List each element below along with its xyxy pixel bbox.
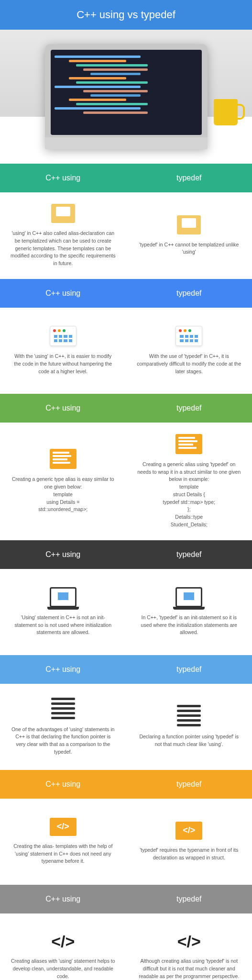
section-text-using: 'Using' statement in C++ is not an init-… — [11, 614, 116, 636]
section-header-typedef: typedef — [126, 279, 252, 308]
section-content-using: 'using' in C++ also called alias-declara… — [0, 192, 126, 279]
section-text-typedef: 'typedef' requires the typename in front… — [136, 846, 241, 862]
section-header-using: C++ using — [0, 770, 126, 799]
section-text-typedef: Declaring a function pointer using 'type… — [136, 733, 241, 748]
section-text-using: With the 'using' in C++, it is easier to… — [11, 353, 116, 375]
section-content-typedef: Declaring a function pointer using 'type… — [126, 684, 252, 770]
section-text-typedef: In C++, 'typedef' is an init-statement s… — [136, 614, 241, 636]
section-text-using: Creating the alias- templates with the h… — [11, 843, 116, 865]
section-content-typedef: </>Although creating alias using 'typede… — [126, 913, 252, 980]
section-content-typedef: With the use of 'typedef' in C++, it is … — [126, 308, 252, 394]
section-text-typedef: With the use of 'typedef' in C++, it is … — [136, 353, 241, 375]
section-header-using: C++ using — [0, 279, 126, 308]
section-text-using: 'using' in C++ also called alias-declara… — [11, 230, 116, 267]
section-icon — [50, 449, 77, 469]
section-content-using: </>Creating aliases with 'using' stateme… — [0, 913, 126, 980]
section-header-using: C++ using — [0, 394, 126, 423]
section-text-using: Creating aliases with 'using' statement … — [11, 958, 116, 980]
section-content-using: With the 'using' in C++, it is easier to… — [0, 308, 126, 394]
section-header-typedef: typedef — [126, 164, 252, 192]
section-content-using: </>Creating the alias- templates with th… — [0, 799, 126, 885]
section-icon: </> — [50, 818, 77, 836]
section-icon — [50, 326, 77, 346]
section-header-using: C++ using — [0, 540, 126, 569]
section-header-typedef: typedef — [126, 655, 252, 684]
section-header-using: C++ using — [0, 655, 126, 684]
section-icon: </> — [177, 932, 201, 951]
section-header-typedef: typedef — [126, 394, 252, 423]
section-icon: </> — [175, 822, 202, 840]
section-icon — [177, 705, 201, 726]
section-text-typedef: 'typedef' in C++ cannot be templatized u… — [136, 241, 241, 256]
section-content-typedef: Creating a generic alias using 'typedef'… — [126, 423, 252, 540]
section-content-typedef: </>'typedef' requires the typename in fr… — [126, 799, 252, 885]
section-header-typedef: typedef — [126, 540, 252, 569]
section-icon — [51, 204, 75, 223]
section-text-using: One of the advantages of 'using' stateme… — [11, 726, 116, 756]
section-content-typedef: In C++, 'typedef' is an init-statement s… — [126, 569, 252, 655]
section-text-typedef: Creating a generic alias using 'typedef'… — [136, 461, 241, 529]
section-text-using: Creating a generic type alias is easy si… — [11, 476, 116, 513]
section-header-typedef: typedef — [126, 770, 252, 799]
section-icon — [177, 215, 201, 234]
hero-image — [0, 30, 252, 164]
section-icon: </> — [51, 932, 75, 951]
section-header-using: C++ using — [0, 885, 126, 913]
section-text-typedef: Although creating alias using 'typedef' … — [136, 958, 241, 980]
section-icon — [175, 326, 202, 346]
section-header-typedef: typedef — [126, 885, 252, 913]
section-header-using: C++ using — [0, 164, 126, 192]
section-content-using: 'Using' statement in C++ is not an init-… — [0, 569, 126, 655]
section-icon — [175, 587, 202, 607]
section-icon — [175, 434, 202, 454]
section-content-using: One of the advantages of 'using' stateme… — [0, 684, 126, 770]
section-content-typedef: 'typedef' in C++ cannot be templatized u… — [126, 192, 252, 279]
page-title: C++ using vs typedef — [0, 0, 252, 30]
section-icon — [51, 698, 75, 719]
section-icon — [50, 587, 77, 607]
section-content-using: Creating a generic type alias is easy si… — [0, 423, 126, 540]
